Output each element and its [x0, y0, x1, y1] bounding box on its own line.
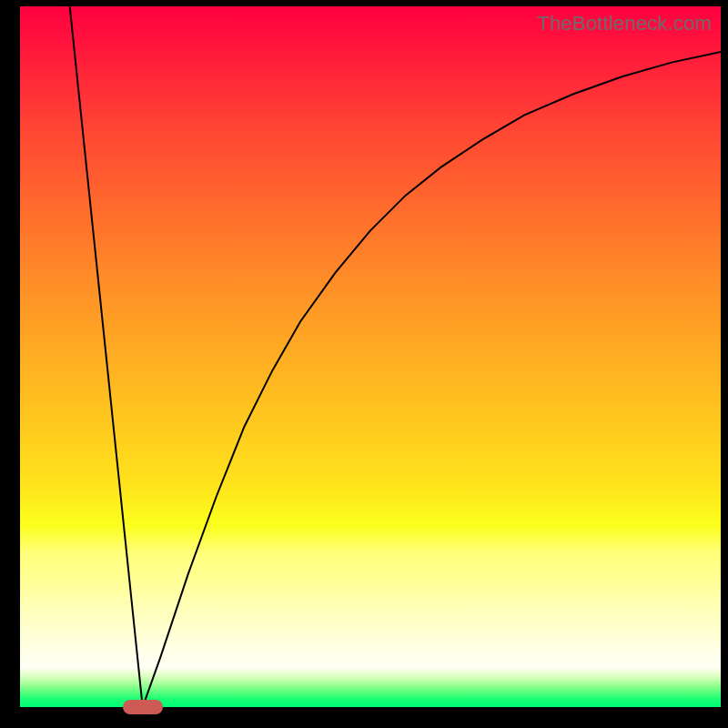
- chart-plot-area: TheBottleneck.com: [20, 6, 721, 707]
- chart-curves-svg: [20, 6, 721, 707]
- series-left-line: [70, 6, 143, 707]
- series-right-curve: [143, 52, 721, 707]
- optimum-marker: [123, 700, 163, 714]
- chart-frame: TheBottleneck.com: [0, 0, 728, 728]
